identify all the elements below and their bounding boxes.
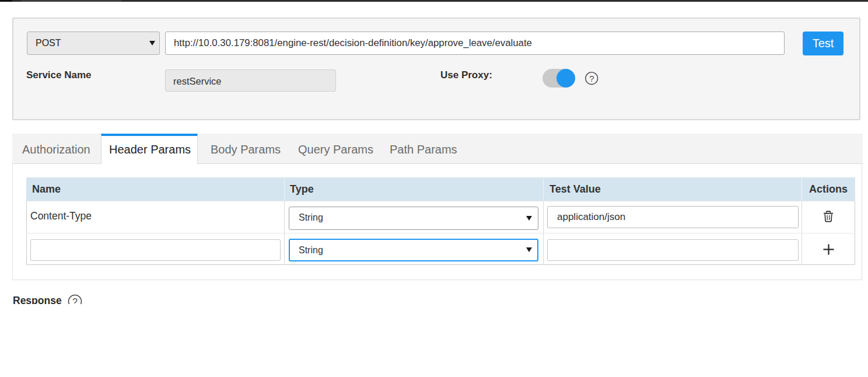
svg-text:?: ?: [589, 74, 594, 83]
svg-text:?: ?: [72, 297, 78, 305]
